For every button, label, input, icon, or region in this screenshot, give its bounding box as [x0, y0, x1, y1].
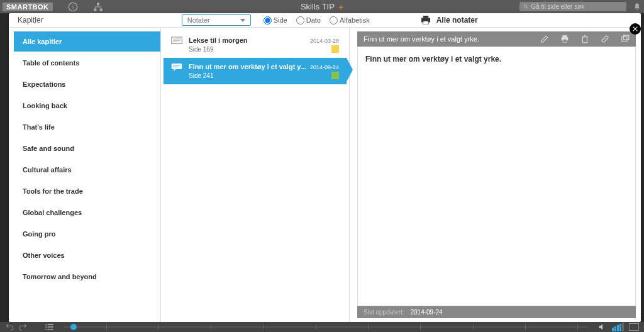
topbar-icons: i [68, 2, 103, 12]
svg-rect-19 [563, 40, 567, 43]
topbar: SMARTBOK i Skills TIP + [0, 0, 644, 13]
svg-line-6 [526, 8, 528, 9]
detail-header: Finn ut mer om verktøy i et valgt yrke. [357, 31, 636, 47]
notes-list: Lekse til i morgen 2014-03-28 Side 169 F… [161, 28, 350, 322]
radio-side[interactable]: Side [264, 16, 287, 25]
plus-icon[interactable]: + [338, 2, 343, 12]
sidebar-item-other-voices[interactable]: Other voices [14, 245, 160, 265]
sidebar-item-tomorrow[interactable]: Tomorrow and beyond [14, 267, 160, 287]
note-icon [171, 36, 182, 45]
note-item[interactable]: Finn ut mer om verktøy i et valgt y... 2… [164, 58, 347, 84]
list-icon[interactable] [45, 323, 54, 331]
logo-text-a: SMART [6, 3, 33, 11]
svg-rect-14 [172, 64, 182, 69]
svg-point-5 [524, 4, 527, 8]
svg-rect-4 [99, 8, 102, 11]
progress-thumb[interactable] [70, 324, 77, 330]
sidebar-item-expectations[interactable]: Expectations [14, 74, 160, 94]
panel-body: Alle kapitler Table of contents Expectat… [9, 28, 641, 322]
note-date: 2014-03-28 [310, 38, 339, 44]
sidebar-item-all[interactable]: Alle kapitler [14, 31, 160, 52]
print-icon[interactable] [560, 35, 569, 43]
footer-date: 2014-09-24 [410, 309, 442, 316]
app-logo[interactable]: SMARTBOK [3, 3, 53, 11]
svg-rect-17 [563, 35, 567, 37]
chevron-down-icon [240, 19, 245, 22]
note-title: Finn ut mer om verktøy i et valgt y... [189, 63, 306, 70]
radio-dato-input[interactable] [296, 16, 304, 25]
close-icon [632, 26, 638, 32]
svg-rect-20 [583, 37, 587, 43]
undo-icon[interactable] [5, 323, 14, 331]
edit-icon[interactable] [540, 35, 549, 43]
chapter-sidebar: Alle kapitler Table of contents Expectat… [9, 28, 161, 322]
volume-level[interactable] [612, 323, 624, 331]
printer-icon [420, 16, 431, 25]
dropdown-value: Notater [187, 16, 210, 24]
logo-text-b: BOK [33, 3, 49, 11]
all-notes-button[interactable]: Alle notater [420, 16, 478, 25]
app-title: Skills TIP + [301, 2, 343, 12]
bottombar [0, 322, 644, 332]
sidebar-item-looking-back[interactable]: Looking back [14, 96, 160, 116]
svg-text:i: i [72, 4, 74, 10]
note-content: Lekse til i morgen 2014-03-28 Side 169 [189, 36, 339, 53]
redo-icon[interactable] [19, 323, 28, 331]
radio-alfa[interactable]: Alfabetisk [330, 16, 370, 25]
footer-label: Sist oppdatert: [364, 309, 404, 316]
sidebar-item-safe-sound[interactable]: Safe and sound [14, 138, 160, 158]
search-box[interactable] [519, 2, 626, 11]
svg-point-28 [45, 324, 47, 326]
all-notes-label: Alle notater [436, 16, 478, 25]
link-icon[interactable] [601, 35, 609, 43]
note-page: Side 169 [189, 46, 213, 53]
svg-rect-7 [423, 16, 428, 18]
search-input[interactable] [531, 3, 623, 10]
sidebar-item-thats-life[interactable]: That's life [14, 117, 160, 137]
close-button[interactable] [630, 23, 641, 35]
color-swatch [331, 45, 339, 53]
svg-rect-23 [622, 37, 627, 42]
title-text: Skills TIP [301, 2, 335, 11]
radio-dato[interactable]: Dato [296, 16, 321, 25]
sort-radio-group: Side Dato Alfabetisk [264, 16, 370, 25]
svg-rect-9 [423, 21, 428, 25]
detail-footer: Sist oppdatert: 2014-09-24 [357, 306, 636, 318]
sidebar-item-tools-trade[interactable]: Tools for the trade [14, 181, 160, 201]
info-icon[interactable]: i [68, 2, 78, 12]
trash-icon[interactable] [580, 35, 589, 43]
sidebar-item-toc[interactable]: Table of contents [14, 53, 160, 73]
fullscreen-icon[interactable] [629, 323, 639, 331]
radio-side-input[interactable] [264, 16, 272, 25]
note-page: Side 241 [189, 72, 213, 79]
volume-icon[interactable] [598, 323, 607, 331]
bell-icon[interactable] [633, 3, 641, 11]
sidebar-item-cultural[interactable]: Cultural affairs [14, 160, 160, 180]
notes-panel: Kapitler Notater Side Dato Alfabetisk Al… [9, 13, 641, 322]
svg-point-30 [45, 329, 47, 330]
progress-slider[interactable] [64, 326, 588, 328]
svg-rect-3 [94, 8, 96, 11]
detail-body[interactable]: Finn ut mer om verktøy i et valgt yrke. [357, 47, 636, 306]
svg-rect-2 [97, 3, 99, 5]
svg-point-29 [45, 326, 47, 328]
sidebar-item-going-pro[interactable]: Going pro [14, 224, 160, 244]
panel-title: Kapitler [18, 16, 43, 25]
search-icon [523, 4, 528, 9]
panel-header: Kapitler Notater Side Dato Alfabetisk Al… [9, 13, 641, 28]
note-item[interactable]: Lekse til i morgen 2014-03-28 Side 169 [164, 31, 347, 58]
color-swatch [331, 72, 339, 79]
detail-title: Finn ut mer om verktøy i et valgt yrke. [364, 35, 479, 43]
sidebar-item-global[interactable]: Global challenges [14, 202, 160, 223]
note-date: 2014-09-24 [310, 64, 339, 70]
chat-icon [171, 63, 182, 72]
topbar-right [519, 2, 641, 11]
filter-dropdown[interactable]: Notater [182, 14, 251, 26]
note-detail: Finn ut mer om verktøy i et valgt yrke. … [350, 28, 641, 322]
sitemap-icon[interactable] [93, 2, 103, 12]
expand-icon[interactable] [621, 35, 630, 43]
note-title: Lekse til i morgen [189, 36, 248, 44]
svg-rect-24 [624, 35, 629, 40]
detail-actions [540, 35, 630, 43]
radio-alfa-input[interactable] [330, 16, 338, 25]
